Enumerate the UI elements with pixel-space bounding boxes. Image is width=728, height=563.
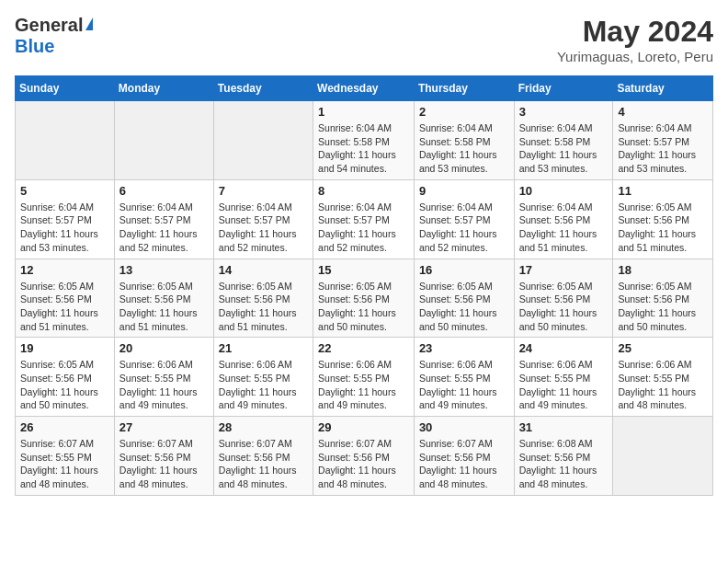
cell-info: Sunrise: 6:04 AM Sunset: 5:56 PM Dayligh… (519, 201, 609, 255)
calendar-cell: 14Sunrise: 6:05 AM Sunset: 5:56 PM Dayli… (213, 259, 313, 338)
cell-info: Sunrise: 6:06 AM Sunset: 5:55 PM Dayligh… (219, 358, 308, 412)
calendar-table: SundayMondayTuesdayWednesdayThursdayFrid… (15, 75, 713, 496)
calendar-cell: 23Sunrise: 6:06 AM Sunset: 5:55 PM Dayli… (414, 338, 514, 417)
calendar-cell: 31Sunrise: 6:08 AM Sunset: 5:56 PM Dayli… (514, 417, 613, 496)
cell-info: Sunrise: 6:04 AM Sunset: 5:58 PM Dayligh… (519, 121, 609, 176)
cell-info: Sunrise: 6:07 AM Sunset: 5:56 PM Dayligh… (419, 437, 509, 491)
cell-info: Sunrise: 6:05 AM Sunset: 5:56 PM Dayligh… (219, 280, 308, 334)
day-number: 8 (318, 184, 409, 198)
day-number: 15 (318, 263, 409, 277)
calendar-cell: 4Sunrise: 6:04 AM Sunset: 5:57 PM Daylig… (613, 101, 713, 180)
day-number: 28 (219, 420, 308, 434)
calendar-week-row: 19Sunrise: 6:05 AM Sunset: 5:56 PM Dayli… (16, 338, 713, 417)
cell-info: Sunrise: 6:06 AM Sunset: 5:55 PM Dayligh… (119, 358, 209, 412)
day-number: 19 (20, 341, 109, 355)
page-header: General Blue May 2024 Yurimaguas, Loreto… (15, 15, 713, 64)
location-text: Yurimaguas, Loreto, Peru (557, 49, 713, 64)
calendar-cell: 26Sunrise: 6:07 AM Sunset: 5:55 PM Dayli… (16, 417, 115, 496)
calendar-cell (16, 101, 115, 180)
day-number: 24 (519, 341, 609, 355)
calendar-cell: 16Sunrise: 6:05 AM Sunset: 5:56 PM Dayli… (414, 259, 514, 338)
calendar-cell: 2Sunrise: 6:04 AM Sunset: 5:58 PM Daylig… (414, 101, 514, 180)
month-title: May 2024 (557, 15, 713, 49)
cell-info: Sunrise: 6:06 AM Sunset: 5:55 PM Dayligh… (419, 358, 509, 412)
calendar-cell: 17Sunrise: 6:05 AM Sunset: 5:56 PM Dayli… (514, 259, 613, 338)
day-header-sunday: Sunday (16, 76, 115, 101)
calendar-cell: 27Sunrise: 6:07 AM Sunset: 5:56 PM Dayli… (114, 417, 213, 496)
day-number: 21 (219, 341, 308, 355)
cell-info: Sunrise: 6:07 AM Sunset: 5:56 PM Dayligh… (119, 437, 209, 491)
calendar-cell: 19Sunrise: 6:05 AM Sunset: 5:56 PM Dayli… (16, 338, 115, 417)
calendar-cell: 1Sunrise: 6:04 AM Sunset: 5:58 PM Daylig… (313, 101, 415, 180)
title-area: May 2024 Yurimaguas, Loreto, Peru (557, 15, 713, 64)
cell-info: Sunrise: 6:04 AM Sunset: 5:57 PM Dayligh… (318, 201, 409, 255)
calendar-header-row: SundayMondayTuesdayWednesdayThursdayFrid… (16, 76, 713, 101)
calendar-week-row: 26Sunrise: 6:07 AM Sunset: 5:55 PM Dayli… (16, 417, 713, 496)
calendar-week-row: 12Sunrise: 6:05 AM Sunset: 5:56 PM Dayli… (16, 259, 713, 338)
day-number: 16 (419, 263, 509, 277)
day-number: 17 (519, 263, 609, 277)
cell-info: Sunrise: 6:04 AM Sunset: 5:58 PM Dayligh… (419, 121, 509, 176)
cell-info: Sunrise: 6:04 AM Sunset: 5:57 PM Dayligh… (618, 121, 708, 176)
cell-info: Sunrise: 6:05 AM Sunset: 5:56 PM Dayligh… (519, 280, 609, 334)
calendar-cell: 12Sunrise: 6:05 AM Sunset: 5:56 PM Dayli… (16, 259, 115, 338)
day-number: 7 (219, 184, 308, 198)
day-number: 2 (419, 105, 509, 119)
calendar-cell: 13Sunrise: 6:05 AM Sunset: 5:56 PM Dayli… (114, 259, 213, 338)
calendar-cell: 6Sunrise: 6:04 AM Sunset: 5:57 PM Daylig… (114, 179, 213, 259)
calendar-cell: 22Sunrise: 6:06 AM Sunset: 5:55 PM Dayli… (313, 338, 415, 417)
day-header-friday: Friday (514, 76, 613, 101)
day-number: 30 (419, 420, 509, 434)
cell-info: Sunrise: 6:07 AM Sunset: 5:56 PM Dayligh… (219, 437, 308, 491)
calendar-week-row: 5Sunrise: 6:04 AM Sunset: 5:57 PM Daylig… (16, 179, 713, 259)
day-number: 23 (419, 341, 509, 355)
day-header-tuesday: Tuesday (213, 76, 313, 101)
day-header-wednesday: Wednesday (313, 76, 415, 101)
cell-info: Sunrise: 6:05 AM Sunset: 5:56 PM Dayligh… (119, 280, 209, 334)
calendar-cell: 20Sunrise: 6:06 AM Sunset: 5:55 PM Dayli… (114, 338, 213, 417)
day-number: 11 (618, 184, 708, 198)
cell-info: Sunrise: 6:04 AM Sunset: 5:57 PM Dayligh… (219, 201, 308, 255)
calendar-cell: 29Sunrise: 6:07 AM Sunset: 5:56 PM Dayli… (313, 417, 415, 496)
day-header-saturday: Saturday (613, 76, 713, 101)
day-number: 9 (419, 184, 509, 198)
day-header-thursday: Thursday (414, 76, 514, 101)
day-number: 18 (618, 263, 708, 277)
calendar-cell: 3Sunrise: 6:04 AM Sunset: 5:58 PM Daylig… (514, 101, 613, 180)
cell-info: Sunrise: 6:06 AM Sunset: 5:55 PM Dayligh… (318, 358, 409, 412)
day-number: 29 (318, 420, 409, 434)
cell-info: Sunrise: 6:05 AM Sunset: 5:56 PM Dayligh… (618, 280, 708, 334)
cell-info: Sunrise: 6:07 AM Sunset: 5:55 PM Dayligh… (20, 437, 109, 491)
calendar-week-row: 1Sunrise: 6:04 AM Sunset: 5:58 PM Daylig… (16, 101, 713, 180)
cell-info: Sunrise: 6:07 AM Sunset: 5:56 PM Dayligh… (318, 437, 409, 491)
day-number: 20 (119, 341, 209, 355)
calendar-cell: 24Sunrise: 6:06 AM Sunset: 5:55 PM Dayli… (514, 338, 613, 417)
day-number: 26 (20, 420, 109, 434)
day-number: 1 (318, 105, 409, 119)
calendar-cell: 9Sunrise: 6:04 AM Sunset: 5:57 PM Daylig… (414, 179, 514, 259)
calendar-cell: 28Sunrise: 6:07 AM Sunset: 5:56 PM Dayli… (213, 417, 313, 496)
calendar-cell: 5Sunrise: 6:04 AM Sunset: 5:57 PM Daylig… (16, 179, 115, 259)
logo-blue-text: Blue (15, 36, 54, 57)
cell-info: Sunrise: 6:06 AM Sunset: 5:55 PM Dayligh… (519, 358, 609, 412)
day-number: 10 (519, 184, 609, 198)
logo-general-text: General (15, 15, 83, 36)
cell-info: Sunrise: 6:04 AM Sunset: 5:57 PM Dayligh… (419, 201, 509, 255)
cell-info: Sunrise: 6:08 AM Sunset: 5:56 PM Dayligh… (519, 437, 609, 491)
cell-info: Sunrise: 6:06 AM Sunset: 5:55 PM Dayligh… (618, 358, 708, 412)
day-number: 27 (119, 420, 209, 434)
cell-info: Sunrise: 6:05 AM Sunset: 5:56 PM Dayligh… (419, 280, 509, 334)
calendar-cell: 10Sunrise: 6:04 AM Sunset: 5:56 PM Dayli… (514, 179, 613, 259)
calendar-cell: 21Sunrise: 6:06 AM Sunset: 5:55 PM Dayli… (213, 338, 313, 417)
calendar-cell: 11Sunrise: 6:05 AM Sunset: 5:56 PM Dayli… (613, 179, 713, 259)
cell-info: Sunrise: 6:05 AM Sunset: 5:56 PM Dayligh… (20, 280, 109, 334)
calendar-cell: 25Sunrise: 6:06 AM Sunset: 5:55 PM Dayli… (613, 338, 713, 417)
calendar-cell (213, 101, 313, 180)
day-number: 4 (618, 105, 708, 119)
logo: General Blue (15, 15, 93, 57)
logo-triangle-icon (85, 17, 93, 30)
day-header-monday: Monday (114, 76, 213, 101)
calendar-cell (114, 101, 213, 180)
calendar-cell: 7Sunrise: 6:04 AM Sunset: 5:57 PM Daylig… (213, 179, 313, 259)
calendar-cell: 8Sunrise: 6:04 AM Sunset: 5:57 PM Daylig… (313, 179, 415, 259)
